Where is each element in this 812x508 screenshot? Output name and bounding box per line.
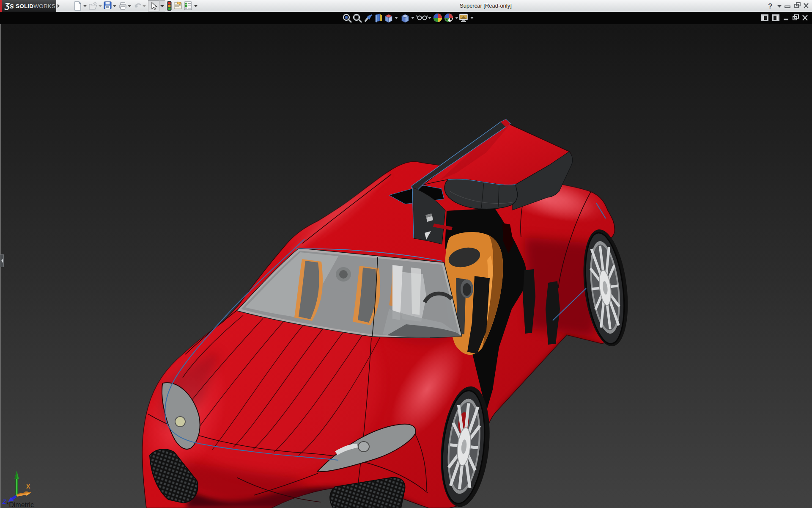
svg-text:X: X bbox=[26, 483, 30, 490]
svg-text:Z: Z bbox=[2, 498, 6, 505]
svg-text:?: ? bbox=[768, 2, 772, 10]
